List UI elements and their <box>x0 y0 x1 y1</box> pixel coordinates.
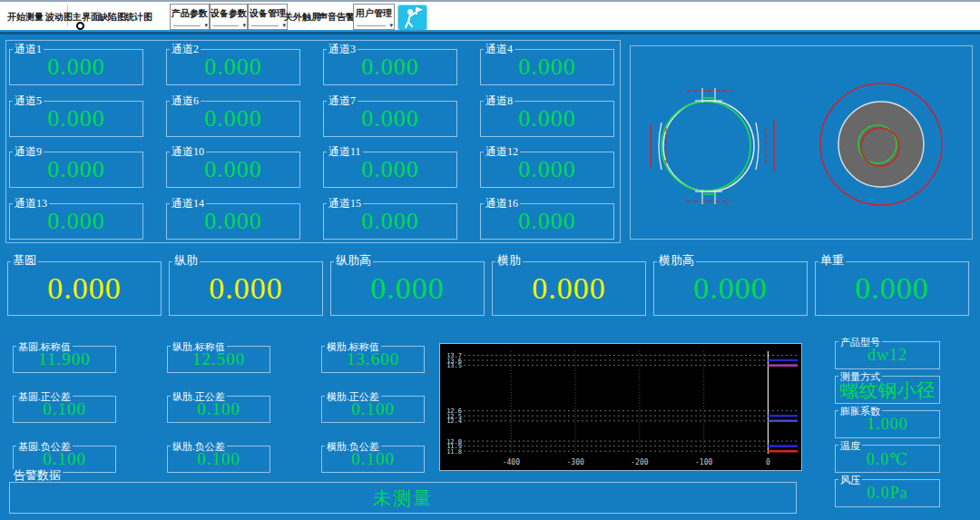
measurement-box: 纵肋高 0.000 <box>330 261 485 316</box>
param-label: 横肋.正公差 <box>325 390 381 403</box>
param-field[interactable]: 纵肋.负公差 0.100 <box>167 446 270 473</box>
measurement-value: 0.000 <box>331 262 484 315</box>
measurement-label: 横肋高 <box>657 254 696 267</box>
measurement-label: 纵肋高 <box>334 254 373 267</box>
toolbar-toggle[interactable]: 声音告警 <box>318 11 355 24</box>
toolbar-toggles: 关外触屏声音告警 <box>0 2 980 30</box>
param-label: 纵肋.负公差 <box>171 440 227 453</box>
svg-text:12.4: 12.4 <box>446 417 462 425</box>
person-with-flag-icon[interactable] <box>397 5 427 31</box>
info-field[interactable]: 产品型号 dw12 <box>835 341 940 369</box>
measurement-box: 纵肋 0.000 <box>169 261 323 316</box>
channel-box: 通道14 0.000 <box>166 203 300 240</box>
channel-label: 通道9 <box>13 145 44 158</box>
param-label: 横肋.负公差 <box>325 440 381 453</box>
measurement-label: 横肋 <box>495 254 523 267</box>
info-field[interactable]: 风压 0.0Pa <box>835 479 940 507</box>
measurement-value: 0.000 <box>170 262 322 315</box>
measurement-label: 纵肋 <box>172 254 200 267</box>
measurement-box: 横肋高 0.000 <box>653 261 808 316</box>
svg-text:13.5: 13.5 <box>446 362 462 369</box>
param-field[interactable]: 纵肋.正公差 0.100 <box>167 396 270 423</box>
channel-box: 通道8 0.000 <box>480 101 614 137</box>
svg-text:-300: -300 <box>567 458 584 466</box>
channel-box: 通道11 0.000 <box>323 152 457 188</box>
alarm-label: 告警数据 <box>12 469 63 482</box>
measurement-status: 未测量 <box>10 486 796 511</box>
trend-chart: -400-300-200-100013.713.613.512.612.512.… <box>439 343 802 471</box>
toolbar: 开始测量波动图主界面缺陷图统计图 产品参数 ▾ 设备参数 ▾ 设备管理 ▾ 关外… <box>0 0 980 30</box>
param-field[interactable]: 基圆.标称值 11.900 <box>13 346 116 373</box>
measurement-box: 单重 0.000 <box>815 261 969 316</box>
param-label: 基圆.负公差 <box>16 440 73 453</box>
bar-body-circle <box>838 102 924 187</box>
svg-text:-100: -100 <box>695 458 712 466</box>
channel-box: 通道9 0.000 <box>9 152 143 188</box>
info-label: 风压 <box>838 474 862 486</box>
channel-box: 通道7 0.000 <box>323 101 457 137</box>
user-management-dropdown[interactable]: 用户管理 ▾ <box>353 4 395 30</box>
channel-label: 通道6 <box>170 94 201 107</box>
param-field[interactable]: 基圆.正公差 0.100 <box>13 396 116 423</box>
channel-label: 通道8 <box>484 94 514 107</box>
measurements-row: 基圆 0.000 纵肋 0.000 纵肋高 0.000 横肋 0.000 横肋高… <box>7 261 969 316</box>
cross-section-diagram <box>631 46 972 239</box>
measurement-box: 横肋 0.000 <box>492 261 646 316</box>
channel-box: 通道2 0.000 <box>166 49 300 85</box>
channel-label: 通道12 <box>484 145 520 158</box>
outer-profile-circle <box>663 101 754 191</box>
measurement-value: 0.000 <box>654 262 807 315</box>
measured-profile-circle <box>662 102 750 191</box>
channel-box: 通道3 0.000 <box>323 49 457 85</box>
param-label: 基圆.正公差 <box>16 390 73 403</box>
section-view-panel <box>630 45 973 240</box>
channel-box: 通道5 0.000 <box>9 101 143 137</box>
channel-label: 通道5 <box>13 94 44 107</box>
channel-box: 通道13 0.000 <box>9 203 143 240</box>
param-field[interactable]: 横肋.负公差 0.100 <box>321 446 425 473</box>
measurement-value: 0.000 <box>493 262 645 315</box>
channel-label: 通道2 <box>170 43 201 55</box>
channel-label: 通道3 <box>327 43 358 55</box>
param-label: 纵肋.正公差 <box>171 390 227 403</box>
svg-text:-200: -200 <box>631 458 648 466</box>
channels-grid: 通道1 0.000 通道2 0.000 通道3 0.000 通道4 0.000 … <box>9 49 614 240</box>
info-label: 温度 <box>838 439 862 452</box>
measurement-label: 单重 <box>818 254 846 267</box>
dropdown-line <box>357 25 386 26</box>
measurement-label: 基圆 <box>11 254 38 267</box>
dropdown-label: 用户管理 <box>354 7 394 20</box>
info-field[interactable]: 测量方式 螺纹钢小径 <box>835 376 940 404</box>
info-label: 膨胀系数 <box>838 405 882 417</box>
measurement-box: 基圆 0.000 <box>7 261 162 316</box>
param-field[interactable]: 横肋.正公差 0.100 <box>321 396 425 423</box>
svg-text:11.8: 11.8 <box>446 448 462 456</box>
channel-label: 通道10 <box>170 145 206 158</box>
param-field[interactable]: 纵肋.标称值 12.500 <box>167 346 270 373</box>
measurement-value: 0.000 <box>816 262 968 315</box>
channel-box: 通道12 0.000 <box>480 152 614 188</box>
channel-box: 通道6 0.000 <box>166 101 300 137</box>
param-field[interactable]: 横肋.标称值 13.600 <box>321 346 425 373</box>
alarm-data-box: 告警数据 未测量 <box>9 482 797 514</box>
chevron-down-icon: ▾ <box>389 22 393 29</box>
svg-text:0: 0 <box>766 458 770 466</box>
channel-label: 通道13 <box>13 197 49 210</box>
channel-label: 通道11 <box>327 145 363 158</box>
svg-text:-400: -400 <box>503 458 520 466</box>
channel-label: 通道16 <box>484 197 520 210</box>
parameters-grid: 基圆.标称值 11.900 纵肋.标称值 12.500 横肋.标称值 13.60… <box>13 346 425 473</box>
channel-box: 通道4 0.000 <box>480 49 614 85</box>
channel-box: 通道1 0.000 <box>9 49 143 85</box>
toolbar-underline <box>0 30 980 34</box>
info-field[interactable]: 膨胀系数 1.000 <box>835 410 940 438</box>
product-info-panel: 产品型号 dw12 测量方式 螺纹钢小径 膨胀系数 1.000 温度 0.0℃ … <box>835 341 940 507</box>
channel-label: 通道14 <box>170 197 206 210</box>
param-label: 基圆.标称值 <box>16 340 73 353</box>
channel-box: 通道10 0.000 <box>166 152 300 188</box>
toolbar-toggle[interactable]: 关外触屏 <box>284 11 320 24</box>
info-field[interactable]: 温度 0.0℃ <box>835 445 940 473</box>
channel-label: 通道1 <box>13 43 44 55</box>
channel-box: 通道15 0.000 <box>323 203 457 240</box>
param-label: 纵肋.标称值 <box>171 340 227 353</box>
